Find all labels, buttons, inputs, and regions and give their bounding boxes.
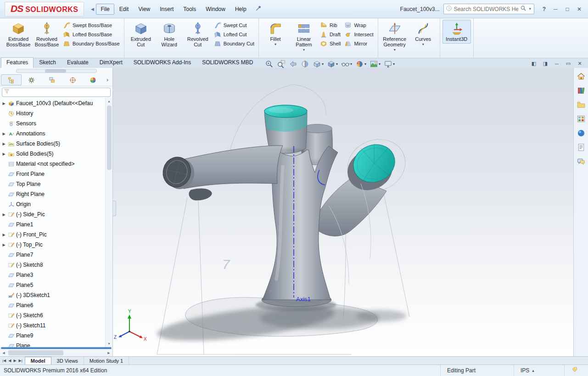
- tab-dimxpert[interactable]: DimXpert: [94, 57, 128, 68]
- tree-item-front-pic[interactable]: ▶(-) Front_Pic: [0, 230, 105, 240]
- panel-splitter-grip[interactable]: [113, 201, 116, 216]
- tree-item-side-pic[interactable]: ▶(-) Side_Pic: [0, 209, 105, 219]
- menu-insert[interactable]: Insert: [155, 4, 178, 15]
- expand-arrow-icon[interactable]: ▶: [1, 233, 6, 237]
- view-orientation-button[interactable]: ▾: [312, 59, 325, 69]
- zoom-fit-button[interactable]: [264, 59, 274, 69]
- doc-nav-0[interactable]: |◀: [1, 359, 7, 363]
- apply-scene-button[interactable]: ▾: [369, 59, 381, 69]
- instant3d-button[interactable]: Instant3D: [442, 20, 471, 44]
- panel-tab-featuremanager[interactable]: [1, 74, 22, 85]
- search-input[interactable]: [454, 6, 518, 12]
- tag-button[interactable]: [564, 365, 584, 376]
- dropdown-icon[interactable]: ▾: [394, 48, 396, 51]
- minimize-window-button[interactable]: ─: [549, 4, 561, 14]
- revolved-cut-button[interactable]: Revolved Cut: [184, 20, 212, 49]
- forum-button[interactable]: [575, 156, 587, 167]
- panel-tab-configurationmanager[interactable]: [42, 74, 62, 85]
- tree-item-plane7[interactable]: Plane7: [0, 250, 105, 260]
- menu-help[interactable]: Help: [230, 4, 251, 15]
- doctab-3d-views[interactable]: 3D Views: [51, 357, 84, 365]
- tab-solidworks-mbd[interactable]: SOLIDWORKS MBD: [196, 57, 258, 68]
- expand-arrow-icon[interactable]: ▶: [1, 132, 6, 136]
- tab-features[interactable]: Features: [1, 57, 34, 68]
- extruded-boss-base-button[interactable]: Extruded Boss/Base: [4, 20, 33, 49]
- tree-item-plane[interactable]: Plane: [0, 341, 105, 347]
- doctab-motion-study-1[interactable]: Motion Study 1: [84, 357, 129, 365]
- units-selector[interactable]: IPS ▴: [514, 365, 564, 376]
- custom-properties-button[interactable]: [575, 142, 587, 153]
- scroll-down-icon[interactable]: ▼: [106, 340, 112, 347]
- scroll-left-icon[interactable]: ◀: [0, 351, 7, 355]
- zoom-area-button[interactable]: [276, 59, 286, 69]
- appearances-button[interactable]: [575, 128, 587, 139]
- lofted-cut-button[interactable]: Lofted Cut: [214, 31, 254, 38]
- previous-view-button[interactable]: [288, 59, 298, 69]
- mirror-button[interactable]: Mirror: [344, 40, 373, 47]
- tree-item-top-pic[interactable]: ▶(-) Top_Pic: [0, 240, 105, 250]
- tree-item-sketch8[interactable]: (-) Sketch8: [0, 260, 105, 270]
- boundary-boss-base-button[interactable]: Boundary Boss/Base: [63, 40, 120, 47]
- menu-file[interactable]: File: [96, 4, 114, 15]
- doc-nav-1[interactable]: ◀: [7, 359, 12, 363]
- tree-item-annotations[interactable]: ▶AAnnotations: [0, 129, 105, 139]
- reference-geometry-button[interactable]: Reference Geometry▾: [381, 20, 409, 53]
- tree-item-plane1[interactable]: Plane1: [0, 219, 105, 230]
- panel-top-scrollbar[interactable]: [0, 68, 112, 74]
- tree-item-plane6[interactable]: Plane6: [0, 300, 105, 310]
- restore-document-button[interactable]: ▭: [565, 61, 572, 67]
- menu-edit[interactable]: Edit: [115, 4, 134, 15]
- pin-toolbar-button[interactable]: [255, 5, 262, 13]
- menu-window[interactable]: Window: [201, 4, 230, 15]
- dropdown-icon[interactable]: ▾: [336, 62, 338, 66]
- tree-item-solid-bodies-5[interactable]: ▶Solid Bodies(5): [0, 149, 105, 159]
- dropdown-icon[interactable]: ▾: [364, 62, 366, 66]
- tree-item-plane3[interactable]: Plane3: [0, 270, 105, 280]
- scroll-right-icon[interactable]: ▶: [105, 351, 112, 355]
- rib-button[interactable]: Rib: [320, 22, 341, 29]
- minimize-document-button[interactable]: ─: [553, 61, 560, 67]
- tree-item-history[interactable]: History: [0, 108, 105, 118]
- dropdown-icon[interactable]: ▾: [322, 62, 324, 66]
- menu-tools[interactable]: Tools: [179, 4, 201, 15]
- tree-scrollbar-thumb[interactable]: [107, 106, 112, 170]
- lofted-boss-base-button[interactable]: Lofted Boss/Base: [63, 31, 120, 38]
- tree-item-origin[interactable]: Origin: [0, 199, 105, 209]
- view-settings-button[interactable]: ▾: [383, 59, 396, 69]
- wrap-button[interactable]: Wrap: [344, 22, 373, 29]
- faucet-model[interactable]: [160, 105, 401, 307]
- tree-hscrollbar-thumb[interactable]: [8, 350, 63, 355]
- tree-vertical-scrollbar[interactable]: ▲ ▼: [105, 98, 112, 347]
- help-menu-button[interactable]: ?: [539, 6, 549, 12]
- doctab-model[interactable]: Model: [25, 357, 51, 365]
- tree-item-surface-bodies-5[interactable]: ▶Surface Bodies(5): [0, 139, 105, 149]
- section-view-button[interactable]: [300, 59, 310, 69]
- dropdown-icon[interactable]: ▾: [303, 48, 305, 51]
- panel-top-scrollbar-thumb[interactable]: [45, 69, 66, 73]
- home-button[interactable]: [575, 71, 587, 82]
- search-icon[interactable]: [520, 5, 526, 13]
- panel-tab-dimxpertmanager[interactable]: [62, 74, 83, 85]
- curves-button[interactable]: Curves▾: [409, 20, 437, 48]
- panel-tabs-overflow-icon[interactable]: ›: [103, 77, 112, 83]
- tree-item-sensors[interactable]: Sensors: [0, 118, 105, 129]
- hole-wizard-button[interactable]: Hole Wizard: [155, 20, 184, 49]
- tree-item-3dsketch1[interactable]: 3D(-) 3DSketch1: [0, 290, 105, 300]
- swept-boss-base-button[interactable]: Swept Boss/Base: [63, 22, 120, 29]
- close-window-button[interactable]: ✕: [573, 4, 585, 14]
- collapse-menu-icon[interactable]: ◀: [89, 5, 96, 13]
- tree-item-plane9[interactable]: Plane9: [0, 331, 105, 341]
- tree-item-sketch11[interactable]: (-) Sketch11: [0, 320, 105, 331]
- revolved-boss-base-button[interactable]: Revolved Boss/Base: [33, 20, 61, 49]
- doc-nav-3[interactable]: ▶|: [18, 359, 23, 363]
- fillet-button[interactable]: Fillet▾: [261, 20, 290, 48]
- tab-sketch[interactable]: Sketch: [34, 57, 62, 68]
- design-library-button[interactable]: [575, 85, 587, 96]
- draft-button[interactable]: Draft: [320, 31, 341, 38]
- tree-item-plane5[interactable]: Plane5: [0, 280, 105, 290]
- scroll-up-icon[interactable]: ▲: [106, 98, 112, 105]
- display-style-button[interactable]: ▾: [326, 59, 339, 69]
- tab-evaluate[interactable]: Evaluate: [62, 57, 94, 68]
- dropdown-icon[interactable]: ▾: [422, 43, 424, 46]
- tree-item-top-plane[interactable]: Top Plane: [0, 179, 105, 189]
